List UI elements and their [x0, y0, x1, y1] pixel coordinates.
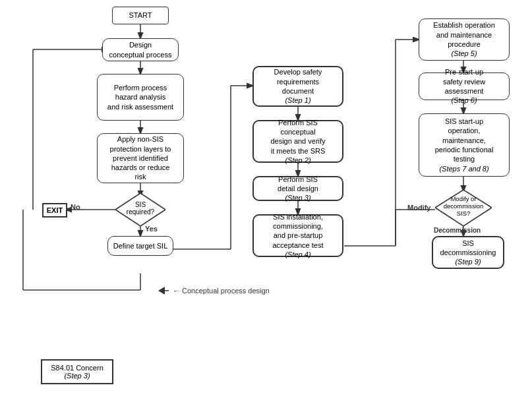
conceptual-label: ← Conceptual process design — [158, 287, 270, 295]
sis-detail-box: Perform SISdetail design(Step 3) — [252, 176, 343, 201]
sis-startup-box: SIS start-upoperation,maintenance,period… — [419, 113, 510, 177]
sis-decommissioning-box: SISdecommissioning(Step 9) — [432, 236, 504, 269]
define-target-sil-box: Define target SIL — [107, 236, 173, 256]
start-box: START — [112, 7, 169, 24]
legend-box: S84.01 Concern(Step 3) — [41, 359, 113, 384]
sis-required-diamond: SISrequired? — [115, 193, 165, 226]
diagram-container: START Designconceptual process Perform p… — [0, 0, 532, 408]
pre-startup-box: Pre-start-upsafety reviewassessment(Step… — [419, 73, 510, 100]
yes-label: Yes — [145, 225, 158, 233]
sis-conceptual-box: Perform SISconceptualdesign and verifyit… — [252, 120, 343, 163]
develop-safety-req-box: Develop safetyrequirementsdocument(Step … — [252, 66, 343, 107]
modify-label: Modify — [407, 204, 430, 212]
decommission-label: Decommission — [434, 227, 481, 234]
perform-hazard-box: Perform processhazard analysisand risk a… — [97, 74, 184, 121]
design-conceptual-box: Designconceptual process — [102, 38, 179, 61]
establish-operation-box: Establish operationand maintenanceproced… — [419, 18, 510, 61]
sis-installation-box: SIS installation,commissioning,and pre-s… — [252, 214, 343, 257]
exit-box: EXIT — [42, 203, 67, 218]
modify-decommission-diamond: Modify ordecommissionSIS? — [435, 190, 492, 226]
left-arrow-icon — [158, 287, 169, 295]
apply-non-sis-box: Apply non-SISprotection layers toprevent… — [97, 133, 184, 183]
no-label: No — [71, 203, 80, 211]
